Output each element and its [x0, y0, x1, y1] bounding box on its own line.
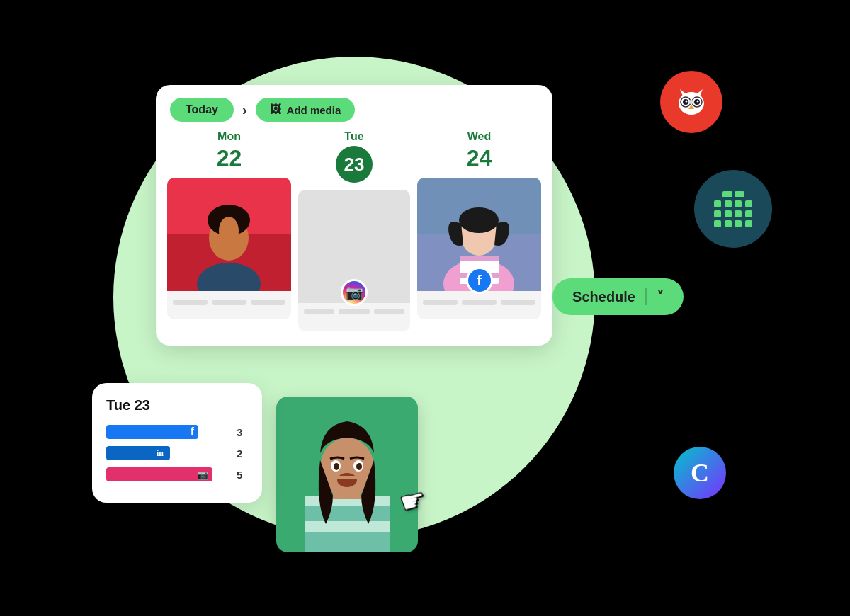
- stats-date: Tue 23: [106, 397, 248, 413]
- svg-rect-28: [337, 476, 357, 479]
- hootsuite-icon: [660, 71, 722, 133]
- day-number-tue: 23: [336, 146, 373, 183]
- svg-point-39: [688, 100, 694, 104]
- add-media-button[interactable]: 🖼 Add media: [256, 98, 356, 122]
- next-chevron-button[interactable]: ›: [242, 102, 247, 118]
- svg-point-14: [459, 207, 499, 233]
- grid-cell: [725, 200, 732, 207]
- grid-cell: [714, 210, 721, 217]
- post-card-mon[interactable]: [167, 178, 291, 319]
- calendar-tab-2: [735, 191, 744, 197]
- grid-cell: [714, 200, 721, 207]
- action-pill: [251, 300, 285, 305]
- stats-bar-container-fb: f: [106, 425, 231, 439]
- day-name-mon: Mon: [217, 130, 241, 143]
- day-column-mon: Mon 22: [167, 130, 291, 331]
- grid-cell: [745, 200, 752, 207]
- svg-point-34: [686, 101, 688, 103]
- stats-count-facebook: 3: [237, 426, 248, 438]
- stats-row-instagram: 📷 5: [106, 467, 248, 481]
- svg-point-26: [356, 463, 362, 470]
- schedule-label: Schedule: [572, 289, 635, 305]
- facebook-letter: f: [191, 426, 194, 438]
- scene: Today › 🖼 Add media Mon 22: [0, 0, 850, 616]
- person-image-man: [276, 397, 418, 552]
- grid-cell: [714, 220, 721, 227]
- instagram-badge: 📷: [341, 279, 368, 306]
- day-column-wed: Wed 24: [417, 130, 541, 331]
- calendar-days-grid: Mon 22: [156, 130, 552, 331]
- grid-cell: [725, 220, 732, 227]
- schedule-divider: [645, 288, 647, 305]
- svg-point-27: [337, 473, 357, 487]
- calendar-tabs: [722, 191, 744, 197]
- facebook-badge: f: [466, 267, 493, 294]
- stats-bar-facebook: f: [106, 425, 198, 439]
- svg-point-25: [334, 463, 339, 470]
- svg-rect-10: [460, 256, 499, 261]
- canva-letter: C: [691, 458, 709, 488]
- svg-point-5: [219, 217, 239, 245]
- post-actions-mon: [167, 294, 291, 308]
- action-pill: [173, 300, 208, 305]
- grid-cell: [735, 220, 742, 227]
- stats-bar-instagram: 📷: [106, 467, 212, 481]
- action-pill: [423, 300, 458, 305]
- grid-cell: [735, 200, 742, 207]
- instagram-icon: 📷: [197, 469, 208, 480]
- stats-row-facebook: f 3: [106, 425, 248, 439]
- svg-marker-38: [696, 89, 703, 96]
- canva-icon: C: [674, 447, 726, 499]
- post-image-mon: [167, 178, 291, 291]
- stats-count-instagram: 5: [237, 469, 248, 481]
- action-pill: [212, 300, 246, 305]
- day-name-wed: Wed: [468, 130, 491, 143]
- svg-rect-18: [305, 508, 390, 519]
- action-pill: [339, 309, 369, 314]
- day-number-mon: 22: [217, 146, 242, 171]
- calendar-card: Today › 🖼 Add media Mon 22: [156, 85, 552, 346]
- linkedin-letter: in: [154, 447, 166, 460]
- grid-cell: [745, 210, 752, 217]
- stats-bar-linkedin: in: [106, 446, 170, 460]
- hootsuite-owl-svg: [673, 84, 710, 120]
- stats-bar-container-li: in: [106, 446, 231, 460]
- action-pill: [374, 309, 404, 314]
- calendar-icon-inner: [714, 191, 752, 227]
- calendar-icon-circle: [694, 170, 772, 248]
- today-button[interactable]: Today: [170, 98, 234, 122]
- person-photo-bottom: [276, 397, 418, 552]
- stats-count-linkedin: 2: [237, 447, 248, 460]
- grid-cell: [745, 220, 752, 227]
- day-name-tue: Tue: [344, 130, 363, 143]
- post-card-tue[interactable]: 📷: [298, 190, 410, 331]
- calendar-grid: [714, 200, 752, 227]
- action-pill: [304, 309, 334, 314]
- chevron-down-icon: ˅: [657, 288, 664, 305]
- day-column-tue: Tue 23 📷: [298, 130, 410, 331]
- schedule-button[interactable]: Schedule ˅: [552, 278, 684, 315]
- calendar-header: Today › 🖼 Add media: [156, 85, 552, 130]
- day-number-wed: 24: [467, 146, 492, 171]
- stats-bar-container-ig: 📷: [106, 467, 231, 481]
- post-card-wed[interactable]: f: [417, 178, 541, 319]
- image-icon: 🖼: [270, 103, 281, 116]
- post-actions-wed: [417, 294, 541, 308]
- svg-rect-19: [305, 521, 390, 532]
- action-pill: [462, 300, 497, 305]
- action-pill: [501, 300, 536, 305]
- stats-card: Tue 23 f 3 in 2 📷: [92, 383, 262, 503]
- calendar-tab-1: [722, 191, 732, 197]
- svg-rect-20: [305, 534, 390, 552]
- svg-marker-37: [680, 89, 687, 96]
- grid-cell: [725, 210, 732, 217]
- grid-cell: [735, 210, 742, 217]
- stats-row-linkedin: in 2: [106, 446, 248, 460]
- svg-point-35: [697, 101, 699, 103]
